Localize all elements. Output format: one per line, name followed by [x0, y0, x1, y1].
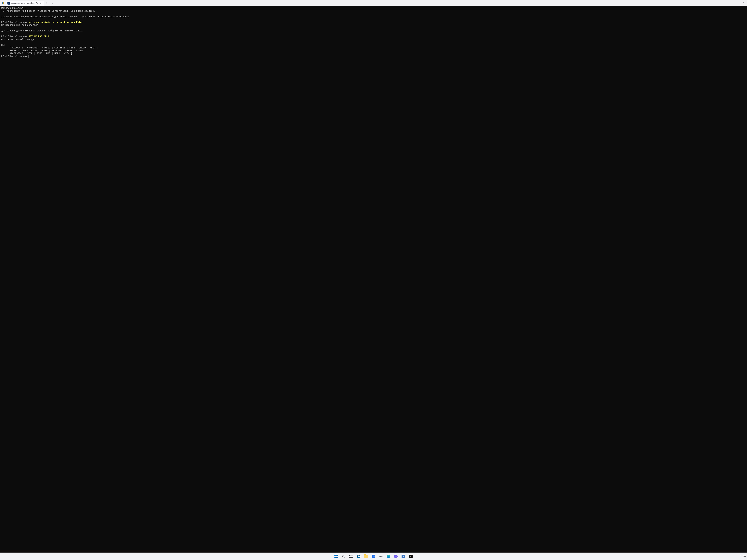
tab-close-button[interactable]: ✕: [40, 2, 42, 4]
folder-icon: [364, 555, 368, 558]
viber-icon: ✆: [394, 555, 398, 558]
svg-line-1: [344, 557, 345, 558]
windows-start-icon: [334, 555, 338, 558]
tray-expand-button[interactable]: ⌃: [740, 555, 741, 557]
svg-point-0: [342, 555, 344, 557]
input-language-indicator[interactable]: EN: [743, 555, 746, 558]
uac-shield-icon: [0, 0, 6, 6]
terminal-line: Синтаксис данной команды:: [1, 38, 35, 41]
tab-dropdown-button[interactable]: ⌄: [49, 0, 55, 6]
terminal-line: Для вызова дополнительной справки набери…: [1, 29, 83, 32]
terminal-line: [ ACCOUNTS | COMPUTER | CONFIG | CONTINU…: [1, 47, 98, 49]
new-tab-button[interactable]: ＋: [44, 0, 49, 6]
taskbar: 💬 🛍 ✆ ⊞ >_ ⌃ EN: [0, 553, 747, 560]
taskbar-chat[interactable]: 💬: [355, 553, 362, 560]
prompt: PS C:\Users\Lenovo>: [1, 55, 28, 58]
chat-icon: 💬: [357, 555, 360, 558]
taskbar-store[interactable]: 🛍: [370, 553, 377, 560]
taskbar-calculator[interactable]: ⊞: [400, 553, 407, 560]
terminal-line: Установите последнюю версию PowerShell д…: [1, 16, 129, 18]
start-button[interactable]: [333, 553, 339, 560]
prompt: PS C:\Users\Lenovo>: [1, 35, 28, 38]
titlebar-drag-region[interactable]: [55, 0, 732, 6]
system-tray: ⌃ EN: [740, 555, 746, 558]
command-input: NET HELPSG 2221.: [28, 35, 50, 38]
titlebar: >_ Администратор: Windows Pc ✕ ＋ ⌄ — □: [0, 0, 747, 6]
command-input: net user administrator /active:yes Enter: [28, 21, 83, 24]
task-view-button[interactable]: [348, 553, 354, 560]
taskbar-file-explorer[interactable]: [363, 553, 369, 560]
terminal-line: (C) Корпорация Майкрософт (Microsoft Cor…: [1, 10, 97, 12]
window-maximize-button[interactable]: □: [740, 0, 747, 6]
terminal-line: HELPMSG | LOCALGROUP | PAUSE | SESSION |…: [1, 49, 86, 52]
store-icon: 🛍: [372, 555, 375, 558]
taskbar-app-1[interactable]: [378, 553, 384, 560]
window-minimize-button[interactable]: —: [732, 0, 740, 6]
prompt: PS C:\Users\Lenovo>: [1, 21, 28, 24]
tab-powershell[interactable]: >_ Администратор: Windows Pc ✕: [6, 1, 44, 6]
gear-icon: [379, 555, 383, 558]
taskbar-terminal[interactable]: >_: [408, 553, 414, 560]
taskbar-search[interactable]: [340, 553, 347, 560]
taskbar-edge[interactable]: [385, 553, 392, 560]
task-view-icon: [349, 555, 353, 558]
svg-point-2: [381, 556, 382, 557]
edge-icon: [387, 555, 390, 558]
taskbar-viber[interactable]: ✆: [393, 553, 399, 560]
terminal-icon: >_: [409, 555, 413, 558]
terminal-line: Windows PowerShell: [1, 7, 26, 9]
terminal-line: STATISTICS | STOP | TIME | USE | USER | …: [1, 52, 72, 55]
calculator-icon: ⊞: [402, 555, 405, 558]
search-icon: [342, 555, 345, 558]
text-cursor: [28, 55, 29, 58]
terminal-body[interactable]: Windows PowerShell (C) Корпорация Майкро…: [0, 6, 747, 553]
terminal-line: Не найдено имя пользователя.: [1, 24, 40, 26]
powershell-icon: >_: [7, 2, 10, 4]
tab-title: Администратор: Windows Pc: [11, 2, 38, 4]
terminal-line: NET: [1, 44, 5, 46]
